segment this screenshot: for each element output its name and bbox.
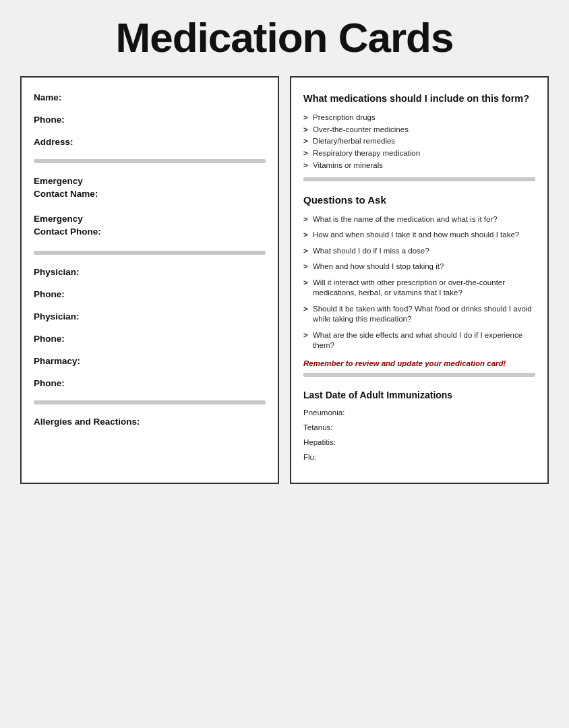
right-card: What medications should I include on thi… [290,76,549,484]
phone-label-4: Phone: [34,378,266,388]
question-6: What are the side effects and what shoul… [303,330,535,351]
question-1: How and when should I take it and how mu… [303,230,535,241]
divider-right-1 [303,177,535,181]
allergies-label: Allergies and Reactions: [34,417,266,427]
med-item-0: Prescription drugs [303,113,535,123]
med-item-4: Vitamins or minerals [303,160,535,171]
immunization-3: Flu: [303,453,535,461]
divider-1 [34,159,266,163]
reminder-text: Remember to review and update your medic… [303,358,535,369]
divider-right-2 [303,373,535,377]
divider-3 [34,400,266,404]
emergency-contact-name-label: EmergencyContact Name: [34,175,266,201]
immunization-2: Hepatitis: [303,438,535,446]
name-label: Name: [34,92,266,102]
immunization-0: Pneumonia: [303,408,535,417]
questions-section: Questions to Ask What is the name of the… [303,193,535,369]
physician-label-1: Physician: [34,267,266,277]
question-0: What is the name of the medication and w… [303,214,535,225]
physician-label-2: Physician: [34,311,266,322]
phone-label-2: Phone: [34,289,266,299]
pharmacy-label: Pharmacy: [34,356,266,366]
immunization-1: Tetanus: [303,423,535,431]
question-2: What should I do if I miss a dose? [303,246,535,257]
med-item-2: Dietary/herbal remedies [303,136,535,146]
phone-label: Phone: [34,115,266,125]
immunizations-section: Last Date of Adult Immunizations Pneumon… [303,389,535,461]
med-item-1: Over-the-counter medicines [303,125,535,135]
cards-container: Name: Phone: Address: EmergencyContact N… [20,76,549,484]
phone-label-3: Phone: [34,334,266,344]
question-4: Will it interact with other prescription… [303,278,535,299]
medications-section-title: What medications should I include on thi… [303,92,535,106]
emergency-contact-phone-label: EmergencyContact Phone: [34,213,266,239]
left-card: Name: Phone: Address: EmergencyContact N… [20,76,279,484]
medications-list: Prescription drugs Over-the-counter medi… [303,113,535,171]
question-3: When and how should I stop taking it? [303,262,535,272]
questions-title: Questions to Ask [303,193,535,207]
page-title: Medication Cards [116,13,454,61]
immunizations-title: Last Date of Adult Immunizations [303,389,535,402]
question-5: Should it be taken with food? What food … [303,304,535,325]
divider-2 [34,251,266,255]
address-label: Address: [34,137,266,147]
med-item-3: Respiratory therapy medication [303,148,535,158]
